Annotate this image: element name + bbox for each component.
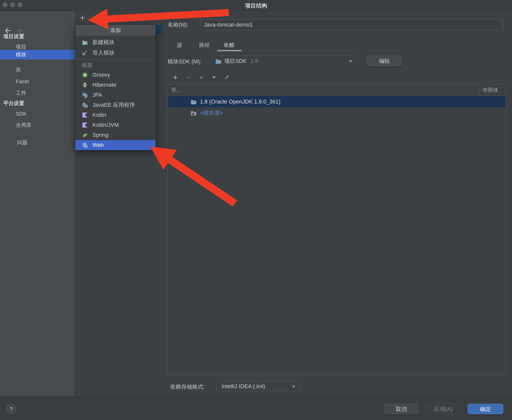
module-tree-selected-row bbox=[156, 25, 162, 34]
menu-item-hibernate[interactable]: Hibernate bbox=[75, 80, 156, 90]
module-sdk-select[interactable]: 项目SDK 1.8 bbox=[211, 55, 358, 67]
menu-item-spring[interactable]: Spring bbox=[75, 130, 156, 140]
copy-module-icon[interactable] bbox=[105, 15, 111, 21]
menu-item-import-module[interactable]: 导入模块 bbox=[75, 48, 156, 58]
sidebar-item-artifacts[interactable]: 工件 bbox=[0, 89, 75, 97]
kotlin-icon bbox=[82, 112, 88, 118]
table-header: 导... 作用域 bbox=[168, 84, 506, 96]
sidebar-section-project-settings: 项目设置 bbox=[3, 33, 71, 40]
tab-paths[interactable]: 路径 bbox=[199, 41, 210, 49]
module-name-input[interactable]: Java-tomcat-demo1 bbox=[200, 19, 503, 30]
add-module-button[interactable] bbox=[79, 15, 86, 21]
sidebar-item-global-libraries[interactable]: 全局库 bbox=[0, 121, 75, 129]
dependency-row-jdk[interactable]: 1.8 (Oracle OpenJDK 1.8.0_361) bbox=[168, 96, 505, 107]
add-dependency-button[interactable] bbox=[172, 74, 178, 80]
popup-divider bbox=[75, 59, 156, 60]
move-down-button[interactable] bbox=[211, 74, 217, 80]
module-sdk-label: 模块SDK (M): bbox=[168, 58, 201, 65]
scope-column-header[interactable]: 作用域 bbox=[483, 84, 498, 96]
remove-dependency-button[interactable] bbox=[186, 74, 192, 80]
project-structure-dialog: 项目结构 项目设置 项目 模块 库 Facet 工件 平台设置 SDK 全局库 … bbox=[0, 0, 512, 420]
dependency-row-module-source[interactable]: <模块源> bbox=[168, 108, 505, 118]
dependencies-table: 导... 作用域 1.8 (Oracle OpenJDK 1.8.0_361) … bbox=[168, 84, 506, 374]
add-popup-menu: 添加 新建模块 导入模块 框架 G Groovy bbox=[75, 25, 156, 150]
settings-sidebar: 项目设置 项目 模块 库 Facet 工件 平台设置 SDK 全局库 问题 bbox=[0, 11, 75, 396]
column-separator bbox=[479, 86, 479, 94]
sidebar-divider bbox=[3, 134, 72, 134]
window-title: 项目结构 bbox=[0, 2, 512, 10]
export-column-header[interactable]: 导... bbox=[171, 84, 181, 96]
menu-item-web[interactable]: Web bbox=[75, 140, 156, 150]
tab-dependencies[interactable]: 依赖 bbox=[224, 41, 234, 49]
module-source-icon bbox=[190, 110, 197, 116]
title-bar: 项目结构 bbox=[0, 0, 512, 11]
storage-format-select[interactable]: IntelliJ IDEA (.iml) bbox=[216, 381, 301, 392]
svg-text:G: G bbox=[84, 73, 86, 77]
move-up-button[interactable] bbox=[198, 74, 204, 80]
menu-item-javaee[interactable]: JavaEE 应用程序 bbox=[75, 100, 156, 110]
jdk-icon bbox=[215, 58, 222, 64]
column-separator bbox=[187, 86, 187, 94]
storage-format-value: IntelliJ IDEA (.iml) bbox=[222, 381, 265, 392]
apply-button[interactable]: 应用(A) bbox=[426, 404, 461, 414]
edit-sdk-button[interactable]: 编辑 bbox=[366, 56, 402, 66]
menu-item-groovy[interactable]: G Groovy bbox=[75, 70, 156, 80]
sidebar-item-problems[interactable]: 问题 bbox=[0, 138, 75, 147]
sdk-selected-value: 项目SDK bbox=[224, 56, 246, 66]
storage-format-label: 依赖存储格式: bbox=[170, 383, 205, 391]
sidebar-item-modules[interactable]: 模块 bbox=[0, 50, 75, 59]
edit-dependency-pencil-icon[interactable] bbox=[224, 74, 230, 80]
menu-item-new-module[interactable]: 新建模块 bbox=[75, 37, 156, 47]
cancel-button[interactable]: 取消 bbox=[383, 404, 419, 414]
help-button[interactable]: ? bbox=[7, 404, 16, 414]
sidebar-item-sdk[interactable]: SDK bbox=[0, 110, 75, 118]
frameworks-header: 框架 bbox=[82, 61, 132, 69]
hibernate-icon bbox=[82, 82, 88, 88]
jdk-icon bbox=[190, 98, 197, 105]
ok-button[interactable]: 确定 bbox=[468, 404, 503, 414]
spring-icon bbox=[82, 132, 88, 138]
chevron-down-icon bbox=[292, 386, 295, 388]
popup-title: 添加 bbox=[75, 25, 156, 36]
import-module-icon bbox=[82, 50, 88, 56]
chevron-down-icon bbox=[349, 60, 352, 62]
web-icon bbox=[82, 142, 88, 148]
tab-sources[interactable]: 源 bbox=[177, 41, 182, 49]
new-module-icon bbox=[82, 39, 88, 45]
groovy-icon: G bbox=[82, 72, 88, 78]
selected-tab-underline bbox=[217, 50, 242, 51]
kotlin-jvm-icon bbox=[82, 122, 88, 128]
menu-item-kotlin[interactable]: Kotlin bbox=[75, 110, 156, 120]
menu-item-kotlin-jvm[interactable]: Kotlin/JVM bbox=[75, 120, 156, 130]
sidebar-item-facet[interactable]: Facet bbox=[0, 77, 75, 86]
sidebar-item-libraries[interactable]: 库 bbox=[0, 66, 75, 74]
sdk-version-hint: 1.8 bbox=[250, 56, 258, 66]
menu-item-jpa[interactable]: JPA bbox=[75, 90, 156, 100]
javaee-icon bbox=[82, 102, 88, 108]
sidebar-section-platform-settings: 平台设置 bbox=[3, 99, 71, 107]
jpa-icon bbox=[82, 92, 88, 98]
module-name-label: 名称(M): bbox=[168, 21, 188, 29]
